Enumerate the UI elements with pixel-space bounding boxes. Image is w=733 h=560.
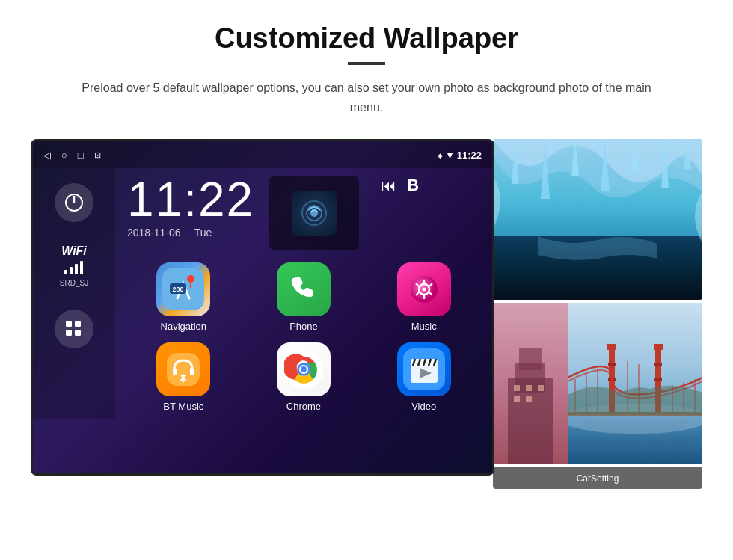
clock-block: 11:22 2018-11-06 Tue [127,176,254,239]
app-item-phone[interactable]: Phone [248,262,361,332]
app-item-music[interactable]: Music [367,262,480,332]
clock-time: 11:22 [127,176,254,224]
svg-rect-64 [654,378,662,381]
center-content: 11:22 2018-11-06 Tue [115,168,492,419]
page-container: Customized Wallpaper Preload over 5 defa… [0,0,733,560]
nav-map-visual: 280 [162,268,204,310]
status-right: ⬥ ▾ 11:22 [437,149,482,161]
svg-rect-7 [75,321,81,327]
page-description: Preload over 5 default wallpaper options… [75,79,658,117]
home-icon[interactable]: ○ [61,150,67,161]
screenshot-icon[interactable]: ⊡ [94,150,101,160]
power-button[interactable] [55,183,93,222]
carsetting-area[interactable]: CarSetting [493,467,702,489]
svg-point-26 [301,366,307,372]
svg-rect-53 [526,396,532,402]
svg-point-19 [422,288,426,292]
wallpaper-pink [493,303,568,464]
phone-label: Phone [289,321,318,332]
media-controls: ⏮ B [381,176,419,195]
app-item-btmusic[interactable]: BT Music [127,342,240,412]
app-item-navigation[interactable]: 280 Navigation [127,262,240,332]
app-grid: 280 Navigation [127,262,480,412]
wallpaper-previews: CarSetting [493,139,702,489]
main-content: ◁ ○ □ ⊡ ⬥ ▾ 11:22 [30,139,703,489]
wallpaper-ice-cave [493,139,702,300]
wifi-icon: ▾ [447,150,453,161]
svg-rect-60 [654,344,663,350]
svg-rect-6 [66,321,72,327]
svg-rect-5 [80,261,83,274]
page-title: Customized Wallpaper [215,22,518,55]
app-item-video[interactable]: Video [367,342,480,412]
recent-icon[interactable]: □ [78,150,84,161]
wifi-widget: WiFi SRD_SJ [60,244,88,287]
svg-text:280: 280 [173,286,184,293]
svg-rect-48 [519,348,542,370]
svg-point-16 [187,275,194,283]
chrome-icon [277,342,331,396]
svg-rect-8 [66,330,72,336]
svg-rect-49 [514,385,520,391]
screen-body: WiFi SRD_SJ [33,168,492,419]
wallpaper-bridge [568,303,702,464]
music-label: Music [411,321,437,332]
app-item-chrome[interactable]: Chrome [248,342,361,412]
svg-rect-9 [75,330,81,336]
carsetting-label: CarSetting [577,473,619,484]
title-divider [348,62,385,65]
svg-rect-63 [654,363,662,366]
android-screen: ◁ ○ □ ⊡ ⬥ ▾ 11:22 [31,139,494,476]
svg-rect-51 [538,385,544,391]
clock-date-value: 2018-11-06 [127,227,181,239]
svg-rect-4 [75,264,78,274]
media-icon [292,191,337,236]
svg-rect-52 [514,396,520,402]
status-left: ◁ ○ □ ⊡ [43,150,101,161]
chrome-label: Chrome [286,401,321,412]
status-bar: ◁ ○ □ ⊡ ⬥ ▾ 11:22 [33,141,492,168]
phone-icon [277,262,331,316]
media-letter-b: B [407,176,419,195]
music-icon [397,262,451,316]
sidebar: WiFi SRD_SJ [33,168,115,419]
svg-rect-61 [608,363,616,366]
location-icon: ⬥ [437,149,443,161]
navigation-icon: 280 [156,262,210,316]
status-time: 11:22 [457,150,482,161]
media-widget [269,176,359,250]
navigation-label: Navigation [161,321,206,332]
apps-button[interactable] [55,310,93,348]
btmusic-label: BT Music [163,401,203,412]
wifi-label: WiFi [60,244,88,258]
btmusic-icon [156,342,210,396]
video-icon [397,342,451,396]
media-prev-icon[interactable]: ⏮ [381,177,396,194]
svg-rect-2 [64,270,67,274]
svg-rect-3 [70,267,73,274]
back-icon[interactable]: ◁ [43,150,51,161]
video-label: Video [411,401,436,412]
clock-date: 2018-11-06 Tue [127,227,254,239]
clock-area: 11:22 2018-11-06 Tue [127,176,480,250]
svg-rect-59 [607,344,616,350]
svg-rect-50 [526,385,532,391]
wifi-network-name: SRD_SJ [60,279,88,287]
svg-rect-21 [173,368,177,375]
clock-day-value: Tue [194,227,212,239]
wifi-bars-icon [60,259,88,277]
svg-rect-22 [190,368,194,375]
wallpaper-bottom-row [493,303,702,464]
